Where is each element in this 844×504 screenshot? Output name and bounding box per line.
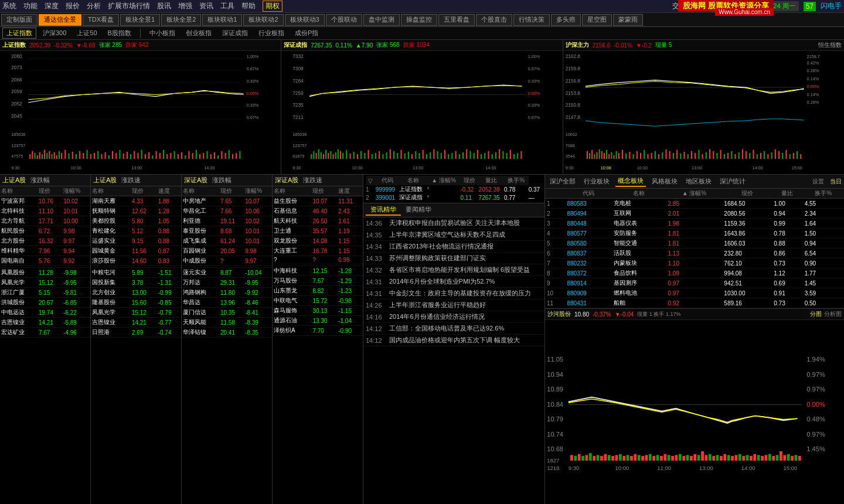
list-item[interactable]: 运盛实业 9.15 0.88	[91, 236, 181, 246]
sector-row[interactable]: 5 880580 智能交通 1.81 1606.03 0.88 0.94	[545, 239, 844, 248]
menu-help[interactable]: 帮助	[241, 1, 256, 11]
list-item[interactable]: 美都控股 5.80 1.05	[91, 216, 181, 226]
news-item[interactable]: 14:12 工信部：全国移动电话普及率已达92.6%	[363, 323, 544, 335]
menu-function[interactable]: 功能	[23, 1, 38, 11]
sector-row[interactable]: 3 880448 电器仪表 1.98 1159.36 0.99 1.64	[545, 219, 844, 229]
list-item[interactable]: 北方股份 16.32 9.97	[0, 236, 90, 246]
sector-row[interactable]: 8 880372 食品饮料 1.09 994.08 1.12 1.77	[545, 268, 844, 278]
list-item[interactable]: 维科精华 7.96 9.94	[0, 246, 90, 256]
menu-period[interactable]: 期权	[263, 1, 283, 12]
list-item[interactable]: 北特科技 11.10 10.01	[0, 206, 90, 216]
list-item[interactable]: 成飞集成 61.24 10.01	[182, 236, 272, 246]
list-item[interactable]: 凤凰光学 15.12 -0.79	[91, 308, 181, 318]
list-item[interactable]: 湖南天雁 4.33 1.88	[91, 196, 181, 206]
news-item[interactable]: 14:31 2014年6月份全球制造业PMI为52.7%	[363, 276, 544, 288]
sector-settings[interactable]: 设置	[812, 178, 824, 186]
list-item[interactable]: 抚顺特钢 12.62 1.28	[91, 206, 181, 216]
sector-tab-all[interactable]: 深沪全部	[547, 176, 578, 186]
list-item[interactable]: 宁波富邦 10.76 10.02	[0, 196, 90, 206]
list-item[interactable]: 利亚德 19.11 10.02	[182, 216, 272, 226]
list-item[interactable]: 万马股份 7.67 -1.29	[273, 276, 363, 286]
wl-row-0[interactable]: 1	[366, 185, 376, 193]
news-item[interactable]: 14:33 苏州调整限购政策获住建部门证实	[363, 253, 544, 264]
news-item[interactable]: 14:26 上半年浙江省服务业运行平稳趋好	[363, 299, 544, 311]
list-item[interactable]: 吉恩镍业 14.21 -5.89	[0, 318, 90, 328]
subtab-shzz[interactable]: 上证指数	[2, 28, 36, 39]
sector-tab-industry[interactable]: 行业板块	[581, 176, 612, 186]
news-item[interactable]: 14:34 江西省2013年社会物流运行情况通报	[363, 241, 544, 253]
list-item[interactable]: 隆基股份 15.60 -0.85	[91, 298, 181, 308]
list-item[interactable]: 北方导航 17.71 10.00	[0, 216, 90, 226]
list-item[interactable]: 华泽钴镍 20.41 -8.35	[182, 328, 272, 338]
tab-five-view[interactable]: 五里看盘	[438, 14, 475, 26]
news-item[interactable]: 14:35 上半年京津冀区域空气达标天数不足四成	[363, 229, 544, 241]
menu-news[interactable]: 股讯	[157, 1, 171, 11]
list-item[interactable]: 园城黄金 11.56 0.87	[91, 246, 181, 256]
tab-decision[interactable]: 行情决策	[513, 14, 550, 26]
sector-tab-stat[interactable]: 深沪统计	[717, 176, 748, 186]
sector-tab-region[interactable]: 地区板块	[683, 176, 714, 186]
news-item[interactable]: 14:12 国内成品油价格或迎年内第五次下调 幅度较大	[363, 335, 544, 346]
list-item[interactable]: 青松建化 5.12 0.88	[91, 226, 181, 236]
list-item[interactable]: 航民股份 6.72 9.98	[0, 226, 90, 236]
list-item[interactable]: 日照港 2.69 -0.74	[91, 328, 181, 338]
list-item[interactable]: 宏达矿业 7.67 -4.96	[0, 328, 90, 338]
news-item[interactable]: 14:32 各省区市将启地热能开发利用规划编制 6股望受益	[363, 264, 544, 276]
list-item[interactable]: 北方创业 13.00 -0.99	[91, 288, 181, 298]
list-item[interactable]: 中成股份 ? 9.97	[182, 256, 272, 266]
subtab-cfp[interactable]: 成份P指	[291, 28, 322, 39]
sector-row[interactable]: 2 880494 互联网 2.01 2080.56 0.94 2.34	[545, 209, 844, 219]
list-item[interactable]: 航天科技 26.50 1.61	[273, 216, 363, 226]
tab-board-monitor[interactable]: 操盘监控	[401, 14, 437, 26]
news-tab-zj[interactable]: 资讯精华	[366, 205, 401, 216]
subtab-b[interactable]: B股指数	[104, 28, 135, 39]
flash-btn[interactable]: 闪电手	[821, 1, 842, 11]
sector-tab-concept[interactable]: 概念板块	[615, 176, 646, 187]
tab-block2[interactable]: 板块全景2	[161, 14, 201, 26]
list-item[interactable]: 中电远达 19.74 -6.22	[0, 308, 90, 318]
list-item[interactable]: 国电南自 5.76 9.92	[0, 256, 90, 266]
sector-row[interactable]: 6 880837 活跃股 1.13 232.80 0.86 6.54	[545, 248, 844, 258]
list-item[interactable]: 蒾元实业 8.87 -10.04	[182, 268, 272, 278]
list-item[interactable]: 洪城股份 20.67 -6.85	[0, 298, 90, 308]
subtab-smb[interactable]: 中小板指	[145, 28, 179, 39]
list-item[interactable]: 厦门信达 10.35 -8.41	[182, 308, 272, 318]
wl-name-0[interactable]: 上证指数	[399, 185, 427, 193]
wl-row-1[interactable]: 2	[366, 193, 376, 202]
sector-row[interactable]: 11 880431 船舶 0.92 589.16 0.73 0.50	[545, 298, 844, 308]
wl-code-0[interactable]: 999999	[376, 185, 399, 193]
subtab-hushen300[interactable]: 沪深300	[39, 28, 70, 39]
news-item[interactable]: 14:36 天津税权申报自由贸易试验区 关注天津本地股	[363, 217, 544, 229]
list-item[interactable]: 中海科技 12.15 -1.28	[273, 266, 363, 276]
subtab-cyb[interactable]: 创业板指	[182, 28, 216, 39]
tab-block-link3[interactable]: 板块联动3	[285, 14, 325, 26]
menu-expand[interactable]: 扩展市场行情	[108, 1, 150, 11]
list-item[interactable]: 中房地产 7.65 10.07	[182, 196, 272, 206]
tab-star[interactable]: 星空图	[582, 14, 612, 26]
list-item[interactable]: 天顺风能 11.58 -8.39	[182, 318, 272, 328]
tab-rain[interactable]: 蒙蒙雨	[613, 14, 643, 26]
menu-info[interactable]: 资讯	[199, 1, 213, 11]
list-item[interactable]: 泰亚股份 8.68 10.01	[182, 226, 272, 236]
menu-enhance[interactable]: 增强	[178, 1, 192, 11]
sector-row[interactable]: 1 880583 充电桩 2.85 1684.50 1.00 4.55	[545, 199, 844, 209]
list-item[interactable]: 百园钢业 20.05 9.98	[182, 246, 272, 256]
tab-single-stock[interactable]: 个股直击	[476, 14, 512, 26]
list-item[interactable]: 通源石油 13.30 -1.04	[273, 316, 363, 326]
sector-row[interactable]: 10 880909 燃料电池 0.97 1030.00 0.91 3.59	[545, 288, 844, 298]
tab-tdx-full[interactable]: 通达信全景	[39, 14, 81, 26]
ct-fen[interactable]: 分图	[810, 310, 822, 318]
list-item[interactable]: 中粮屯河 5.89 -1.51	[91, 268, 181, 278]
menu-quote[interactable]: 报价	[66, 1, 80, 11]
list-item[interactable]: 大连重工 16.78 1.15	[273, 246, 363, 256]
tab-tdx-view[interactable]: TDX看盘	[83, 14, 119, 26]
sector-row[interactable]: 4 880577 安防服务 1.81 1643.86 0.78 1.50	[545, 229, 844, 239]
list-item[interactable]: 双龙股份 14.08 1.15	[273, 236, 363, 246]
menu-depth[interactable]: 深度	[45, 1, 59, 11]
list-item[interactable]: 华昌化工 7.66 10.06	[182, 206, 272, 216]
list-item[interactable]: 山东墨龙 8.82 -1.23	[273, 286, 363, 296]
list-item[interactable]: 卫士通 35.57 1.19	[273, 226, 363, 236]
list-item[interactable]: 凤凰光学 15.12 -9.95	[0, 278, 90, 288]
list-item[interactable]: 浪莎股份 14.60 0.83	[91, 256, 181, 266]
wl-code-1[interactable]: 399001	[376, 193, 399, 202]
